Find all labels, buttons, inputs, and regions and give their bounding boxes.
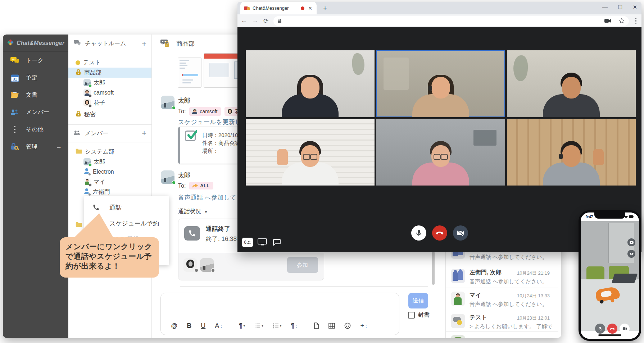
- new-tab-button[interactable]: +: [323, 4, 327, 12]
- call-ended-time: 終了: 16:38: [206, 235, 237, 243]
- member-taro[interactable]: 太郎: [68, 157, 151, 167]
- hang-up-button[interactable]: [432, 225, 447, 241]
- video-tile-6[interactable]: [507, 119, 636, 186]
- camera-off-button[interactable]: [453, 225, 468, 241]
- tab-close-icon[interactable]: ✕: [307, 5, 313, 11]
- message-list-item[interactable]: 左衛門, 次郎 10月24日 21:19 音声通話 へ参加してください。: [446, 267, 558, 288]
- sidebar-item-schedule[interactable]: 31 予定: [3, 69, 68, 86]
- divider: [446, 310, 558, 310]
- sidebar-item-label: その他: [26, 126, 44, 133]
- item-preview: 音声通話 へ参加してください。: [470, 301, 548, 308]
- seal-option: 封書: [408, 311, 430, 319]
- lock-icon: [76, 111, 81, 118]
- forward-button[interactable]: →: [252, 17, 258, 24]
- group-system[interactable]: システム部: [68, 147, 151, 157]
- call-status-toggle[interactable]: 通話状況 ▼: [178, 208, 208, 215]
- effects-button[interactable]: [627, 250, 635, 258]
- message-list-item[interactable]: テスト 10月23日 12:01 > よろしくお願いします。 了解で: [446, 312, 558, 331]
- room-item-shohin[interactable]: 商品部: [68, 68, 151, 78]
- message-input[interactable]: [161, 293, 399, 317]
- sender-avatar[interactable]: [161, 96, 174, 109]
- participant-count-badge[interactable]: 6: [242, 238, 253, 247]
- room-member-camsoft[interactable]: camsoft: [68, 88, 151, 98]
- seal-checkbox[interactable]: [408, 312, 415, 319]
- send-button[interactable]: 送信: [408, 293, 428, 308]
- microphone-button[interactable]: [411, 225, 426, 241]
- insert-table-button[interactable]: [328, 323, 335, 329]
- battery-icon: [629, 215, 634, 218]
- maximize-button[interactable]: ☐: [618, 4, 622, 10]
- underline-button[interactable]: U: [201, 322, 205, 330]
- recipient-chip-camsoft[interactable]: camsoft: [189, 107, 221, 116]
- chatroom-header: チャットルーム +: [68, 35, 151, 53]
- browser-menu-icon[interactable]: [634, 18, 638, 24]
- attach-file-button[interactable]: [314, 323, 319, 329]
- bullet-list-button[interactable]: ▾: [273, 323, 282, 329]
- chat-bubble-icon[interactable]: [273, 239, 281, 247]
- menu-item-call[interactable]: 通話: [84, 200, 169, 215]
- video-tile-2-active[interactable]: [376, 50, 505, 117]
- format-options-button[interactable]: ¶: [291, 322, 296, 330]
- member-mai[interactable]: マイ: [68, 177, 151, 187]
- sidebar-item-docs[interactable]: 文書: [3, 86, 68, 104]
- screen-share-icon[interactable]: [258, 238, 267, 247]
- emoji-button[interactable]: [344, 323, 351, 329]
- address-bar[interactable]: [273, 16, 629, 26]
- flip-camera-button[interactable]: [627, 238, 635, 246]
- browser-tab[interactable]: Chat&Messenger ✕: [240, 2, 317, 14]
- room-item-test[interactable]: テスト: [68, 58, 151, 68]
- room-member-taro[interactable]: 太郎: [68, 78, 151, 88]
- sidebar-item-admin[interactable]: 管理 →: [3, 138, 68, 155]
- minimize-button[interactable]: —: [602, 4, 608, 10]
- paragraph-button[interactable]: ¶▾: [239, 322, 245, 330]
- font-style-button[interactable]: A: [215, 322, 222, 330]
- phone-camera-button[interactable]: [620, 324, 630, 334]
- home-indicator[interactable]: [598, 334, 621, 336]
- room-member-hanako[interactable]: 花子: [68, 98, 151, 108]
- member-electron[interactable]: Electron: [68, 167, 151, 177]
- member-saemon[interactable]: 左衛門: [68, 187, 151, 197]
- bold-button[interactable]: B: [187, 322, 191, 330]
- screen: Chat&Messenger トーク 31 予定: [0, 0, 644, 343]
- ordered-list-button[interactable]: ▾: [254, 323, 263, 329]
- video-tile-1[interactable]: [246, 50, 375, 117]
- video-tile-4[interactable]: [246, 119, 375, 186]
- message-list-item-partial[interactable]: [446, 334, 558, 338]
- phone-mute-button[interactable]: [595, 324, 605, 334]
- admin-arrow-icon[interactable]: →: [56, 143, 62, 150]
- item-preview: 音声通話 へ参加してください。: [470, 254, 548, 261]
- sidebar-item-talk[interactable]: トーク: [3, 52, 68, 69]
- room-item-himitsu[interactable]: 秘密: [68, 109, 151, 119]
- message-image-thumbnail[interactable]: [178, 58, 201, 88]
- chat-scrollbar[interactable]: [432, 252, 435, 285]
- phone-hang-up-button[interactable]: [607, 324, 617, 334]
- item-preview: 音声通話 へ参加してください。: [470, 278, 548, 285]
- sender-avatar[interactable]: [161, 170, 174, 184]
- camera-icon[interactable]: [604, 19, 611, 23]
- reload-button[interactable]: ⟳: [263, 17, 268, 25]
- video-tile-5[interactable]: [376, 119, 505, 186]
- talk-icon: [10, 56, 19, 65]
- bookmark-star-icon[interactable]: [619, 18, 625, 24]
- add-room-button[interactable]: +: [142, 40, 146, 48]
- member-section-header: メンバー +: [68, 124, 151, 142]
- sidebar-item-other[interactable]: その他: [3, 121, 68, 138]
- message-list-item[interactable]: マイ 10月24日 13:33 音声通話 へ参加してください。: [446, 290, 558, 310]
- tab-favicon: [244, 6, 250, 11]
- folder-icon: [76, 148, 82, 155]
- more-tools-button[interactable]: +: [360, 322, 366, 330]
- sidebar-item-members[interactable]: メンバー: [3, 104, 68, 121]
- lock-key-icon: [10, 142, 19, 151]
- laptop: [612, 274, 638, 283]
- video-tile-3[interactable]: [507, 50, 636, 117]
- folder-icon: [76, 222, 82, 229]
- voice-call-link[interactable]: 音声通話: [178, 194, 203, 201]
- add-member-button[interactable]: +: [142, 129, 146, 138]
- back-button[interactable]: ←: [241, 17, 247, 24]
- ordered-list-icon: [254, 323, 260, 329]
- join-call-button[interactable]: 参加: [287, 257, 318, 273]
- composer: @ B U A ¶▾ ▾ ▾ ¶: [160, 293, 399, 335]
- close-button[interactable]: ✕: [632, 4, 637, 10]
- recipient-chip-all[interactable]: ALL: [189, 182, 213, 189]
- mention-button[interactable]: @: [171, 322, 177, 330]
